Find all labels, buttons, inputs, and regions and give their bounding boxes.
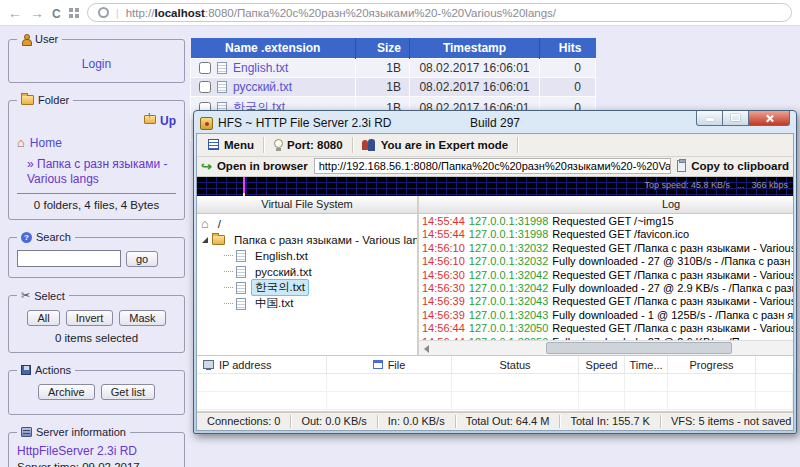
site-favicon-icon [98,7,109,18]
reload-icon[interactable] [52,6,61,20]
log-time: 14:56:39 [422,295,465,307]
traffic-spike [243,177,245,196]
url-text: http://localhost:8080/Папка%20с%20разн%2… [126,7,556,19]
log-horizontal-scrollbar[interactable] [419,340,794,355]
tree-item[interactable]: English.txt [197,248,417,264]
server-url-field[interactable]: http://192.168.56.1:8080/Папка%20с%20раз… [314,158,672,174]
select-button[interactable]: Invert [66,310,114,326]
clipboard-icon [677,160,686,172]
graph-labels: Top speed: 45.8 KB/s ... 366 kbps [644,180,788,190]
sidebar: User Login Folder Up Home » Папка с разн… [8,33,185,467]
select-button[interactable]: Mask [119,310,165,326]
file-type-icon [217,81,227,93]
log-body[interactable]: 14:55:44127.0.0.1:31998Requested GET /~i… [419,214,794,355]
log-ip: 127.0.0.1:32032 [469,255,549,267]
address-divider: | [116,7,119,19]
column-time[interactable]: Time... [625,356,668,373]
tree-item-label: 中国.txt [251,295,297,312]
log-line: 14:56:44127.0.0.1:32050Requested GET /Па… [422,322,794,335]
status-segment: In: 0.0 KB/s [378,415,456,428]
up-link[interactable]: Up [144,114,176,128]
select-buttons: AllInvertMask [17,310,176,326]
header-size[interactable]: Size [356,38,410,59]
tree-item[interactable]: 中国.txt [197,296,417,312]
server-info-panel: Server information HttpFileServer 2.3i R… [8,426,185,467]
log-message: Requested GET /favicon.ico [552,228,689,240]
expander-icon[interactable] [202,237,208,243]
table-row: English.txt 1B 08.02.2017 16:06:01 0 [191,59,596,78]
folder-summary: 0 folders, 4 files, 4 Bytes [17,199,176,211]
address-bar[interactable]: | http://localhost:8080/Папка%20с%20разн… [87,3,792,22]
folder-icon [21,95,34,105]
column-ip-address[interactable]: IP address [197,356,327,373]
apps-grid-icon[interactable] [69,8,79,18]
file-size: 1B [356,78,410,97]
server-info-legend: Server information [36,426,126,438]
header-hits[interactable]: Hits [540,38,596,59]
search-input[interactable] [17,250,121,267]
traffic-graph: Top speed: 45.8 KB/s ... 366 kbps [197,177,793,196]
search-go-button[interactable]: go [126,251,158,267]
tree-item-label: / [214,217,225,231]
log-line: 14:56:10127.0.0.1:32032Fully downloaded … [422,255,794,268]
window-titlebar[interactable]: HFS ~ HTTP File Server 2.3i RD Build 297 [196,113,794,133]
copy-to-clipboard-button[interactable]: Copy to clipboard [677,160,789,172]
log-message: Requested GET /Папка с разн языками - Va… [552,322,794,334]
hfs-homepage-link[interactable]: HttpFileServer 2.3i RD [17,444,137,458]
scroll-thumb[interactable] [546,342,732,354]
vfs-panel-header[interactable]: Virtual File System [197,196,417,214]
header-timestamp[interactable]: Timestamp [410,38,540,59]
tree-item[interactable]: / [197,216,417,232]
log-ip: 127.0.0.1:31998 [469,215,549,227]
tree-item[interactable]: русский.txt [197,264,417,280]
status-segment: Total Out: 64.4 M [456,415,561,428]
expert-mode-button[interactable]: You are in Expert mode [354,135,517,154]
column-status[interactable]: Status [452,356,579,373]
log-time: 14:56:44 [422,322,465,334]
file-link[interactable]: русский.txt [233,80,292,94]
minimize-button[interactable] [696,111,723,126]
file-link[interactable]: English.txt [233,61,288,75]
action-button[interactable]: Archive [38,384,95,400]
back-icon[interactable] [8,6,22,20]
home-link[interactable]: Home [17,136,62,150]
status-bar: Connections: 0Out: 0.0 KB/sIn: 0.0 KB/sT… [197,412,793,430]
action-button[interactable]: Get list [101,384,155,400]
tree-item-label: English.txt [251,249,312,263]
scroll-left-icon[interactable] [424,345,429,353]
kbps-label: 366 kbps [751,180,788,190]
status-segment: Connections: 0 [197,415,291,428]
login-link[interactable]: Login [82,57,111,71]
log-panel-header[interactable]: Log« [419,196,794,214]
hfs-toolbar: Menu Port: 8080 You are in Expert mode [197,134,793,157]
tree-item[interactable]: 한국의.txt [197,280,417,296]
tree-item[interactable]: Папка с разн языками - Various langs [197,232,417,248]
file-icon [236,266,246,278]
open-in-browser-button[interactable]: Open in browser [201,159,308,174]
transfers-panel: IP address File Status Speed Time... Pro… [197,356,793,412]
url-prefix: http:// [126,7,155,19]
vfs-tree: / Папка с разн языками - Various langs [197,214,417,355]
column-speed[interactable]: Speed [579,356,625,373]
log-message: Requested GET /Папка с разн языками - Va… [552,269,794,281]
row-checkbox[interactable] [199,62,211,74]
header-name[interactable]: Name .extension [191,38,356,59]
close-button[interactable] [749,111,790,126]
maximize-button[interactable] [723,111,749,126]
menu-button[interactable]: Menu [200,135,262,154]
menu-icon [208,139,219,150]
column-progress[interactable]: Progress [668,356,756,373]
row-checkbox[interactable] [199,81,211,93]
select-button[interactable]: All [27,310,59,326]
log-message: Requested GET /Папка с разн языками - Va… [552,295,794,307]
column-file[interactable]: File [327,356,452,373]
current-folder-link[interactable]: » Папка с разн языками - Various langs [27,157,176,187]
help-icon [21,232,32,243]
log-message: Fully downloaded - 27 @ 310B/s - /Папка … [552,255,794,267]
status-segment: VFS: 5 items - not saved [661,415,794,428]
port-button[interactable]: Port: 8080 [265,135,351,154]
log-line: 14:55:44127.0.0.1:31998Requested GET /fa… [422,228,794,241]
up-folder-icon [144,115,156,124]
log-time: 14:56:10 [422,242,465,254]
forward-icon[interactable] [30,6,44,20]
